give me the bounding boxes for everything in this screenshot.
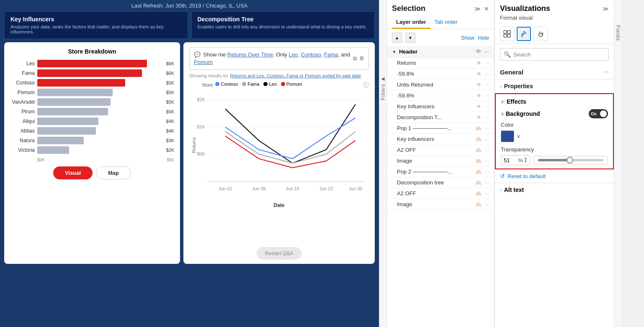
tab-tab-order[interactable]: Tab order [430,16,462,29]
list-item[interactable]: Image 🙈 ··· [387,199,494,210]
show-btn[interactable]: Show [461,35,475,41]
list-item[interactable]: Units Returned 👁 ··· [387,79,494,90]
list-item[interactable]: A2 OFF 🙈 ··· [387,145,494,156]
grid-icon-btn[interactable] [500,27,514,41]
item-dots[interactable]: ··· [485,82,489,88]
hand-icon-btn[interactable] [533,27,548,41]
eye-icon[interactable]: 👁 [477,115,482,120]
visual-tab[interactable]: Visual [53,166,93,179]
background-label: Background [506,110,589,117]
query-icon: 💬 [194,51,201,58]
slider-thumb[interactable] [567,157,573,164]
t-arrow-down[interactable]: ▼ [524,160,527,164]
eye-icon[interactable]: 🙈 [475,136,482,142]
search-input[interactable] [513,51,605,58]
viz-expand-icon[interactable]: ≫ [603,5,609,12]
bar-label: Natura [10,138,37,143]
eye-icon[interactable]: 🙈 [475,158,482,164]
eye-icon[interactable]: 👁 [477,104,482,110]
item-name: A2 OFF [397,147,475,153]
list-item[interactable]: Returns 👁 ··· [387,58,494,69]
close-icon[interactable]: ✕ [484,5,489,12]
item-icons: 👁 ··· [477,104,489,110]
bar-fill [37,69,142,77]
qa-query-text: 💬Show me Returns Over Time. Only Leo, Co… [194,51,353,66]
info-icon[interactable]: ⓘ [363,82,369,89]
bar-track [37,118,159,125]
restart-qa-button[interactable]: Restart Q&A [257,247,301,260]
paint-icon-btn[interactable] [517,27,531,41]
selection-header: Selection ≫ ✕ [387,0,494,13]
item-dots[interactable]: ··· [485,169,489,175]
tab-layer-order[interactable]: Layer order [392,16,430,29]
bar-value: $3K [159,138,174,143]
general-label: General [500,69,523,76]
eye-icon[interactable]: 🙈 [475,202,482,207]
eye-icon[interactable]: 👁 [477,82,482,88]
eye-icon[interactable]: 👁 [477,71,482,77]
item-dots[interactable]: ··· [485,180,489,186]
bar-track [37,89,159,96]
results-link[interactable]: Returns and Leo, Contoso, Fama or Pomum … [230,73,361,78]
list-item[interactable]: Decomposition T... 👁 ··· [387,112,494,123]
hide-btn[interactable]: Hide [478,35,489,41]
dots-icon[interactable]: ··· [484,49,489,55]
item-dots[interactable]: ··· [485,60,489,66]
eye-icon[interactable]: 🙈 [475,180,482,186]
qa-query-box: 💬Show me Returns Over Time. Only Leo, Co… [189,47,369,70]
eye-icon[interactable]: 🙈 [475,169,482,175]
eye-icon[interactable]: 🙈 [475,147,482,153]
eye-icon[interactable]: 👁 [477,93,482,99]
item-dots[interactable]: ··· [485,147,489,153]
list-item[interactable]: -59.8% 👁 ··· [387,69,494,79]
list-item[interactable]: Image 🙈 ··· [387,156,494,166]
item-dots[interactable]: ··· [485,71,489,77]
copy-icon[interactable]: ⧉ [353,55,357,62]
reset-btn[interactable]: ↺ Reset to default [495,169,614,183]
color-swatch[interactable] [501,130,514,142]
eye-icon[interactable]: 👁 [477,60,482,66]
down-arrow[interactable]: ▼ [405,33,415,43]
color-chevron[interactable]: ∨ [517,133,520,139]
top-bar: Last Refresh: Jun 30th, 2019 / Chicago, … [0,0,379,11]
item-dots[interactable]: ··· [485,93,489,99]
list-item[interactable]: -59.8% 👁 ··· [387,90,494,101]
item-dots[interactable]: ··· [485,158,489,164]
list-item[interactable]: Pop 2 ─────────... 🙈 ··· [387,166,494,177]
transparency-label: Transparency [501,146,608,153]
item-dots[interactable]: ··· [485,115,489,120]
list-item[interactable]: Key influencers 🙈 ··· [387,134,494,145]
expand-icon[interactable]: ≫ [474,5,481,12]
show-hide: Show Hide [461,35,489,41]
eye-icon[interactable]: 🙈 [475,191,482,197]
alt-text-row[interactable]: › Alt text [495,183,614,197]
effects-header[interactable]: ∨ Effects [496,94,613,107]
item-dots[interactable]: ··· [485,202,489,207]
item-dots[interactable]: ··· [485,104,489,110]
transparency-input[interactable]: 51 % ▲ ▼ [501,155,530,165]
bar-track [37,146,159,154]
key-influencers-card[interactable]: Key Influencers Analyzes your data, rank… [4,11,188,39]
filters-panel: ◄ Filters [379,0,386,327]
properties-row[interactable]: › Properties [495,79,614,93]
settings-icon[interactable]: ⚙ [359,55,364,62]
list-item[interactable]: Decomposition tree 🙈 ··· [387,177,494,188]
slider-track[interactable] [538,159,603,161]
filters-chevron[interactable]: ◄ [380,75,386,82]
map-tab[interactable]: Map [96,166,131,179]
eye-icon[interactable]: 👁 [476,49,481,55]
list-item[interactable]: Pop 1 ─────────... 🙈 ··· [387,123,494,134]
list-item[interactable]: Key Influencers 👁 ··· [387,101,494,112]
eye-icon[interactable]: 🙈 [475,125,482,131]
item-dots[interactable]: ··· [485,125,489,131]
background-toggle[interactable]: On [589,109,608,118]
list-item[interactable]: A2 OFF 🙈 ··· [387,188,494,199]
item-dots[interactable]: ··· [485,136,489,142]
bar-fill [37,89,113,96]
general-dots[interactable]: ··· [603,68,609,76]
color-picker-row: ∨ [501,130,608,142]
up-arrow[interactable]: ▲ [392,33,402,43]
item-dots[interactable]: ··· [485,191,489,197]
decomposition-tree-card[interactable]: Decomposition Tree Enables users to dril… [191,11,375,39]
bar-track [37,60,159,67]
